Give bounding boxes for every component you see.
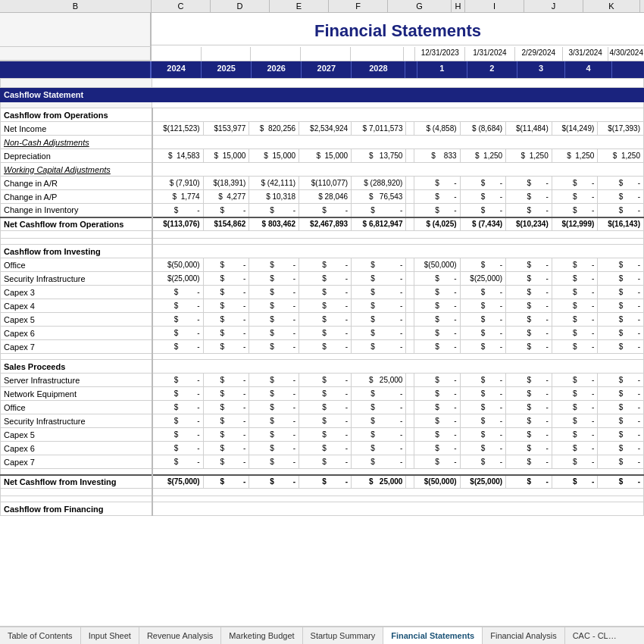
row-capex7-sales: Capex 7 $ - $ - $ - $ - $ - $ - $ - $ - bbox=[1, 455, 644, 469]
year-headers-row: 2024 2025 2026 2027 2028 1 2 3 4 bbox=[0, 61, 644, 78]
row-net-cashflow-ops: Net Cashflow from Operations $(113,076) … bbox=[1, 217, 644, 231]
year-2028: 2028 bbox=[352, 61, 405, 78]
row-depreciation: Depreciation $ 14,583 $ 15,000 $ 15,000 … bbox=[1, 149, 644, 163]
date-0331: 3/31/2024 bbox=[563, 47, 609, 61]
date-0131: 1/31/2024 bbox=[465, 47, 515, 61]
row-capex6: Capex 6 $ - $ - $ - $ - $ - $ - $ - $ - bbox=[1, 327, 644, 340]
title-area: Financial Statements bbox=[0, 13, 644, 47]
empty-row bbox=[1, 79, 644, 88]
col-j-header: J bbox=[524, 0, 583, 12]
col-h-header: H bbox=[452, 0, 465, 12]
year-2026: 2026 bbox=[252, 61, 302, 78]
col-k-header: K bbox=[583, 0, 640, 12]
row-non-cash-adj: Non-Cash Adjustments bbox=[1, 136, 644, 149]
row-working-capital: Working Capital Adjustments bbox=[1, 163, 644, 177]
row-capex5-sales: Capex 5 $ - $ - $ - $ - $ - $ - $ - $ - bbox=[1, 428, 644, 442]
empty-row-2 bbox=[1, 102, 644, 108]
tab-cac-cl[interactable]: CAC - CL… bbox=[565, 627, 624, 644]
month-5 bbox=[612, 61, 644, 78]
row-office-sales: Office $ - $ - $ - $ - $ - $ - $ - $ - bbox=[1, 401, 644, 414]
row-net-cashflow-investing: Net Cashflow from Investing $(75,000) $ … bbox=[1, 475, 644, 489]
row-capex3: Capex 3 $ - $ - $ - $ - $ - $ - $ - $ - bbox=[1, 286, 644, 299]
empty-row-5 bbox=[1, 354, 644, 360]
month-3: 3 bbox=[517, 61, 566, 78]
tab-marketing-budget[interactable]: Marketing Budget bbox=[221, 627, 302, 644]
col-l-header: L bbox=[640, 0, 644, 12]
row-sales-proceeds-header: Sales Proceeds bbox=[1, 360, 644, 374]
date-0229: 2/29/2024 bbox=[515, 47, 563, 61]
col-c-header: C bbox=[152, 0, 211, 12]
tab-input-sheet[interactable]: Input Sheet bbox=[81, 627, 139, 644]
row-capex5: Capex 5 $ - $ - $ - $ - $ - $ - $ - $ - bbox=[1, 313, 644, 327]
row-change-inventory: Change in Inventory $ - $ - $ - $ - $ - … bbox=[1, 204, 644, 217]
grid-container[interactable]: Cashflow Statement Cashflow from Operati… bbox=[0, 78, 644, 626]
row-network-equip: Network Equipment $ - $ - $ - $ - $ - $ … bbox=[1, 387, 644, 401]
row-cashflow-operations-header: Cashflow from Operations bbox=[1, 108, 644, 122]
year-2025: 2025 bbox=[202, 61, 252, 78]
row-net-income: Net Income $(121,523) $153,977 $ 820,256… bbox=[1, 122, 644, 136]
page-title: Financial Statements bbox=[314, 21, 481, 40]
year-2027: 2027 bbox=[302, 61, 352, 78]
tab-revenue-analysis[interactable]: Revenue Analysis bbox=[139, 627, 221, 644]
empty-row-3 bbox=[1, 231, 644, 239]
month-4: 4 bbox=[565, 61, 611, 78]
row-cashflow-financing-header: Cashflow from Financing bbox=[1, 502, 644, 516]
col-g-header: G bbox=[388, 0, 452, 12]
col-i-header: I bbox=[465, 0, 524, 12]
row-capex7: Capex 7 $ - $ - $ - $ - $ - $ - $ - $ - bbox=[1, 340, 644, 354]
row-capex6-sales: Capex 6 $ - $ - $ - $ - $ - $ - $ - $ - bbox=[1, 442, 644, 455]
col-e-header: E bbox=[270, 0, 329, 12]
row-cashflow-investing-header: Cashflow from Investing bbox=[1, 245, 644, 258]
tab-table-of-contents[interactable]: Table of Contents bbox=[0, 627, 81, 644]
tab-startup-summary[interactable]: Startup Summary bbox=[303, 627, 384, 644]
row-security-infra-investing: Security Infrastructure $(25,000) $ - $ … bbox=[1, 272, 644, 286]
tab-financial-analysis[interactable]: Financial Analysis bbox=[483, 627, 564, 644]
date-1231: 12/31/2023 bbox=[415, 47, 465, 61]
row-capex4: Capex 4 $ - $ - $ - $ - $ - $ - $ - $ - bbox=[1, 299, 644, 313]
row-change-ap: Change in A/P $ 1,774 $ 4,277 $ 10,318 $… bbox=[1, 190, 644, 204]
empty-row-7 bbox=[1, 489, 644, 496]
row-server-infra: Server Infrastructure $ - $ - $ - $ - $ … bbox=[1, 374, 644, 387]
row-security-infra-sales: Security Infrastructure $ - $ - $ - $ - … bbox=[1, 414, 644, 428]
empty-row-4 bbox=[1, 239, 644, 245]
row-change-ar: Change in A/R $ (7,910) $(18,391) $ (42,… bbox=[1, 177, 644, 190]
spreadsheet-app: B C D E F G H I J K L M Financial Statem… bbox=[0, 0, 644, 644]
empty-row-8 bbox=[1, 496, 644, 502]
row-office-investing: Office $(50,000) $ - $ - $ - $ - $(50,00… bbox=[1, 258, 644, 272]
year-2024: 2024 bbox=[152, 61, 202, 78]
tab-bar: Table of Contents Input Sheet Revenue An… bbox=[0, 626, 644, 644]
col-f-header: F bbox=[329, 0, 388, 12]
section-cashflow-statement: Cashflow Statement bbox=[1, 88, 644, 102]
col-header-row: B C D E F G H I J K L M bbox=[0, 0, 644, 13]
empty-row-6 bbox=[1, 469, 644, 475]
date-0430: 4/30/2024 bbox=[608, 47, 644, 61]
tab-financial-statements[interactable]: Financial Statements bbox=[383, 626, 483, 644]
month-1: 1 bbox=[417, 61, 467, 78]
month-2: 2 bbox=[467, 61, 517, 78]
col-d-header: D bbox=[211, 0, 270, 12]
date-headers-row: 12/31/2023 1/31/2024 2/29/2024 3/31/2024… bbox=[0, 47, 644, 61]
col-b-header: B bbox=[0, 0, 152, 12]
